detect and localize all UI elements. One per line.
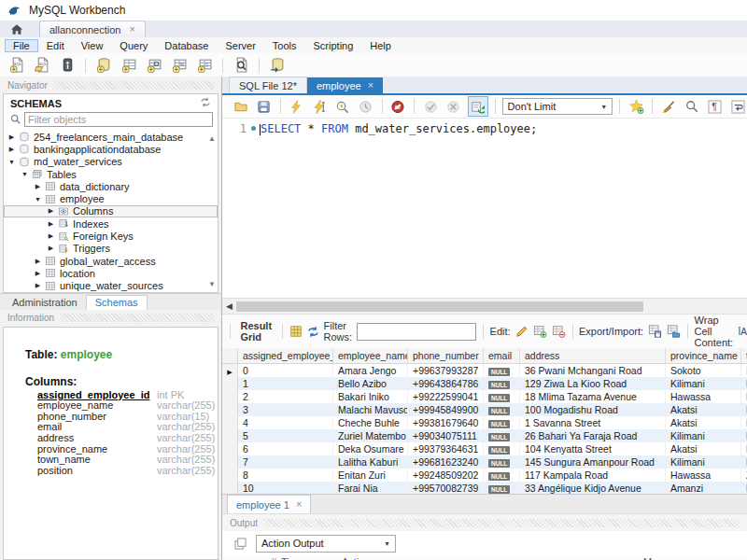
cell-address[interactable]: 36 Pwani Mchangani Road <box>520 364 666 377</box>
open-sql-script-icon[interactable]: SQL <box>33 56 51 75</box>
scrollbar-thumb[interactable] <box>236 301 643 312</box>
tree-item-location[interactable]: ▶location <box>4 267 218 279</box>
cell-email[interactable]: NULL <box>484 377 520 390</box>
cell-phone_number[interactable]: +99248509202 <box>408 469 484 482</box>
cell-phone_number[interactable]: +99222599041 <box>408 390 484 403</box>
inspector-icon[interactable] <box>58 56 77 75</box>
cell-employee_name[interactable]: Malachi Mavuso <box>333 403 408 416</box>
row-selector[interactable] <box>222 455 238 469</box>
tree-item-254-freelancers-main-database[interactable]: ▶254_freelancers_main_database <box>4 131 218 143</box>
table-row[interactable]: 4Cheche Buhle+99381679640NULL1 Savanna S… <box>222 416 747 429</box>
tree-item-bankingapplicationdatabase[interactable]: ▶bankingapplicationdatabase <box>4 143 218 155</box>
scroll-up-icon[interactable]: ▲ <box>208 134 216 143</box>
cell-assigned_employee_id[interactable]: 7 <box>238 455 333 469</box>
tree-item-columns[interactable]: ▶Columns <box>4 205 218 217</box>
show-invisibles-icon[interactable]: ¶ <box>706 97 725 116</box>
cell-phone_number[interactable]: +99681623240 <box>408 455 484 469</box>
cell-employee_name[interactable]: Bello Azibo <box>333 377 408 390</box>
save-script-icon[interactable] <box>255 97 274 116</box>
tree-item-employee[interactable]: ▼employee <box>4 192 218 204</box>
row-selector[interactable] <box>222 482 238 494</box>
tree-item-foreign-keys[interactable]: ▶Foreign Keys <box>4 230 218 242</box>
cell-phone_number[interactable]: +99945849900 <box>408 403 484 416</box>
cell-province_name[interactable]: Kilimani <box>666 429 741 442</box>
collapse-arrow-icon[interactable]: ▼ <box>34 196 42 203</box>
action-output-dropdown[interactable]: Action Output ▼ <box>256 535 396 553</box>
cell-assigned_employee_id[interactable]: 10 <box>238 482 333 494</box>
edit-record-icon[interactable] <box>515 322 529 341</box>
cell-town_name[interactable]: Lusaka <box>741 403 747 416</box>
toggle-wrap-icon[interactable] <box>728 97 747 116</box>
cell-town_name[interactable]: Rural <box>741 416 747 429</box>
create-view-icon[interactable] <box>145 56 163 75</box>
cell-assigned_employee_id[interactable]: 8 <box>238 469 333 482</box>
execute-icon[interactable] <box>288 97 306 116</box>
expand-arrow-icon[interactable]: ▶ <box>47 232 55 240</box>
database-migration-icon[interactable] <box>268 56 287 75</box>
tree-item-global-water-access[interactable]: ▶global_water_access <box>4 255 218 267</box>
cell-address[interactable]: 18 Mlima Tazama Avenue <box>520 390 666 403</box>
column-header-phone_number[interactable]: phone_number <box>408 348 484 363</box>
column-header-email[interactable]: email <box>484 348 520 363</box>
column-header-assigned_employee_id[interactable]: assigned_employee_id <box>238 348 333 363</box>
collapse-arrow-icon[interactable]: ▼ <box>21 171 29 177</box>
create-function-icon[interactable]: () <box>195 56 214 75</box>
explain-icon[interactable] <box>333 97 352 116</box>
cell-town_name[interactable]: Rural <box>741 429 747 442</box>
schema-filter-input[interactable] <box>24 112 213 127</box>
expand-arrow-icon[interactable]: ▶ <box>47 207 55 215</box>
cell-province_name[interactable]: Akatsi <box>666 403 741 416</box>
table-row[interactable]: 2Bakari Iniko+99222599041NULL18 Mlima Ta… <box>222 390 747 403</box>
close-icon[interactable]: × <box>296 499 302 510</box>
cell-address[interactable]: 26 Bahari Ya Faraja Road <box>520 429 666 442</box>
cell-employee_name[interactable]: Enitan Zuri <box>333 469 408 482</box>
row-selector[interactable] <box>222 416 238 429</box>
tree-item-unique-water-sources[interactable]: ▶unique_water_sources <box>4 280 218 292</box>
create-schema-icon[interactable] <box>94 56 113 75</box>
export-recordset-icon[interactable] <box>648 322 662 341</box>
home-tab-button[interactable] <box>0 21 34 37</box>
column-header-province_name[interactable]: province_name <box>666 348 741 363</box>
stop-query-icon[interactable] <box>357 97 375 116</box>
row-selector[interactable] <box>222 403 238 416</box>
save-snippet-icon[interactable] <box>627 97 645 116</box>
cell-address[interactable]: 104 Kenyatta Street <box>520 442 666 455</box>
cell-email[interactable]: NULL <box>484 482 520 494</box>
cell-employee_name[interactable]: Bakari Iniko <box>333 390 408 403</box>
cell-employee_name[interactable]: Amara Jengo <box>333 364 408 377</box>
cell-email[interactable]: NULL <box>484 403 520 416</box>
collapse-arrow-icon[interactable]: ▼ <box>7 159 16 165</box>
menu-query[interactable]: Query <box>111 39 156 52</box>
cell-phone_number[interactable]: +99381679640 <box>408 416 484 429</box>
cell-province_name[interactable]: Kilimani <box>666 377 741 390</box>
import-recordset-icon[interactable] <box>667 322 681 341</box>
cell-town_name[interactable]: Zanzibar <box>741 469 747 482</box>
expand-arrow-icon[interactable]: ▶ <box>47 245 55 252</box>
table-row[interactable]: 1Bello Azibo+99643864786NULL129 Ziwa La … <box>222 377 747 390</box>
cell-province_name[interactable]: Hawassa <box>666 469 741 482</box>
cell-assigned_employee_id[interactable]: 0 <box>238 364 333 377</box>
menu-file[interactable]: File <box>5 39 38 52</box>
cell-town_name[interactable]: Rural <box>741 442 747 455</box>
row-selector[interactable] <box>222 377 238 390</box>
result-tab-employee-1[interactable]: employee 1 × <box>227 495 311 513</box>
expand-arrow-icon[interactable]: ▶ <box>34 258 42 265</box>
sidebar-tab-schemas[interactable]: Schemas <box>86 295 148 310</box>
cell-province_name[interactable]: Akatsi <box>666 442 741 455</box>
new-sql-editor-icon[interactable]: SQL <box>7 56 26 75</box>
commit-icon[interactable] <box>421 97 440 116</box>
tree-item-data-dictionary[interactable]: ▶data_dictionary <box>4 180 218 192</box>
tree-item-tables[interactable]: ▼Tables <box>4 168 218 180</box>
menu-tools[interactable]: Tools <box>264 39 305 52</box>
table-row[interactable]: 8Enitan Zuri+99248509202NULL117 Kampala … <box>222 469 747 482</box>
tree-item-triggers[interactable]: ▶Triggers <box>4 243 218 255</box>
row-selector[interactable] <box>222 469 238 482</box>
execute-current-icon[interactable] <box>310 97 329 116</box>
cell-province_name[interactable]: Amanzi <box>666 482 741 494</box>
cell-phone_number[interactable]: +99643864786 <box>408 377 484 390</box>
expand-arrow-icon[interactable]: ▶ <box>47 220 55 228</box>
expand-arrow-icon[interactable]: ▶ <box>7 133 16 141</box>
search-data-icon[interactable] <box>232 56 250 75</box>
menu-scripting[interactable]: Scripting <box>305 39 362 52</box>
cell-employee_name[interactable]: Cheche Buhle <box>333 416 408 429</box>
